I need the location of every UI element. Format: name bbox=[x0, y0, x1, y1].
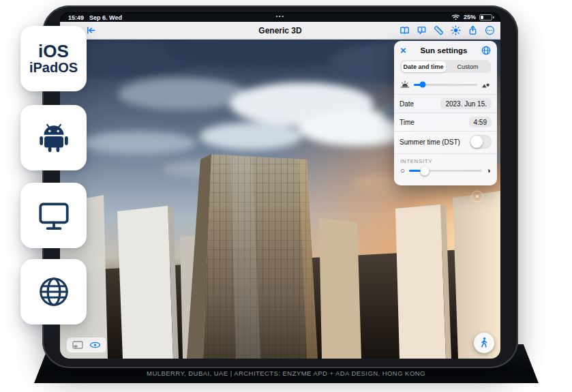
globe-icon bbox=[35, 273, 73, 311]
time-row: Time 4:59 bbox=[394, 112, 497, 131]
sun-mode-segmented-control: Date and time Custom bbox=[400, 60, 491, 73]
date-value-button[interactable]: 2023. Jun 15. bbox=[440, 98, 492, 109]
platform-card-ios: iOS iPadOS bbox=[20, 26, 87, 91]
platform-card-web bbox=[20, 259, 87, 325]
intensity-slider-row: ○ ◑ bbox=[394, 166, 497, 180]
dst-label: Summer time (DST) bbox=[400, 138, 460, 146]
walking-person-icon bbox=[479, 337, 490, 349]
sun-settings-panel: × Sun settings Date and time Custom bbox=[394, 41, 497, 185]
date-row: Date 2023. Jun 15. bbox=[394, 94, 497, 112]
intensity-max-icon: ◑ bbox=[486, 167, 491, 175]
orbit-view-icon bbox=[89, 341, 101, 349]
status-left: 15:49 Sep 6. Wed bbox=[68, 14, 122, 21]
back-button[interactable] bbox=[85, 25, 96, 36]
status-time: 15:49 bbox=[68, 14, 84, 21]
share-button[interactable] bbox=[467, 25, 478, 36]
android-robot-icon bbox=[35, 119, 73, 157]
intensity-slider-knob[interactable] bbox=[421, 166, 430, 175]
ipad-screen: 15:49 Sep 6. Wed ••• 25% bbox=[60, 12, 500, 359]
time-label: Time bbox=[400, 119, 415, 126]
platform-card-android bbox=[20, 105, 87, 170]
back-arrow-icon bbox=[86, 25, 96, 35]
battery-percent: 25% bbox=[464, 14, 476, 20]
open-book-icon bbox=[400, 25, 410, 35]
status-bar: 15:49 Sep 6. Wed ••• 25% bbox=[60, 12, 500, 22]
dst-toggle[interactable] bbox=[470, 135, 492, 149]
tab-date-and-time[interactable]: Date and time bbox=[402, 61, 446, 72]
messages-button[interactable] bbox=[416, 25, 427, 36]
intensity-section-label: INTENSITY bbox=[394, 153, 497, 166]
sunrise-icon bbox=[400, 80, 410, 89]
bookmarks-button[interactable] bbox=[399, 25, 410, 36]
sun-settings-header: × Sun settings bbox=[394, 41, 497, 59]
message-bubble-icon bbox=[417, 25, 427, 35]
minimap-icon bbox=[72, 341, 83, 349]
ipad-device: 15:49 Sep 6. Wed ••• 25% bbox=[42, 5, 518, 368]
sunset-icon bbox=[481, 80, 491, 89]
ipados-label: iPadOS bbox=[29, 61, 78, 76]
daytime-slider-row bbox=[394, 78, 497, 94]
sun-settings-button[interactable] bbox=[450, 25, 461, 36]
intensity-slider[interactable] bbox=[409, 170, 483, 172]
share-icon bbox=[468, 25, 478, 35]
ruler-icon bbox=[434, 25, 444, 35]
wifi-icon bbox=[451, 14, 460, 20]
tab-custom[interactable]: Custom bbox=[446, 61, 490, 72]
sun-settings-title: Sun settings bbox=[420, 46, 467, 55]
globe-location-icon[interactable] bbox=[481, 46, 491, 55]
close-icon[interactable]: × bbox=[400, 45, 406, 55]
view-controls-pill[interactable] bbox=[67, 337, 106, 352]
project-caption: MULBERRY, DUBAI, UAE | ARCHITECTS: ENZYM… bbox=[0, 370, 572, 377]
app-toolbar: Generic 3D bbox=[60, 22, 500, 40]
desktop-monitor-icon bbox=[35, 196, 73, 235]
ellipsis-circle-icon bbox=[485, 25, 495, 35]
time-value-button[interactable]: 4:59 bbox=[469, 117, 492, 127]
daytime-slider-knob[interactable] bbox=[420, 82, 426, 88]
sun-position-marker[interactable] bbox=[472, 191, 483, 202]
daytime-slider[interactable] bbox=[414, 84, 477, 86]
dst-row: Summer time (DST) bbox=[394, 131, 497, 152]
more-button[interactable] bbox=[484, 25, 495, 36]
platform-card-desktop bbox=[20, 183, 87, 248]
status-date: Sep 6. Wed bbox=[89, 14, 122, 21]
status-right: 25% bbox=[451, 14, 492, 20]
intensity-min-icon: ○ bbox=[400, 167, 405, 175]
battery-icon bbox=[479, 14, 492, 20]
measure-tool-button[interactable] bbox=[433, 25, 444, 36]
tower-building bbox=[187, 154, 318, 359]
marketing-stage: MULBERRY, DUBAI, UAE | ARCHITECTS: ENZYM… bbox=[0, 0, 572, 392]
multitask-dots: ••• bbox=[276, 13, 285, 19]
ios-label: iOS bbox=[38, 42, 69, 61]
toolbar-right bbox=[399, 22, 495, 39]
walk-mode-button[interactable] bbox=[474, 333, 494, 353]
sun-icon bbox=[451, 25, 461, 35]
date-label: Date bbox=[400, 100, 414, 108]
